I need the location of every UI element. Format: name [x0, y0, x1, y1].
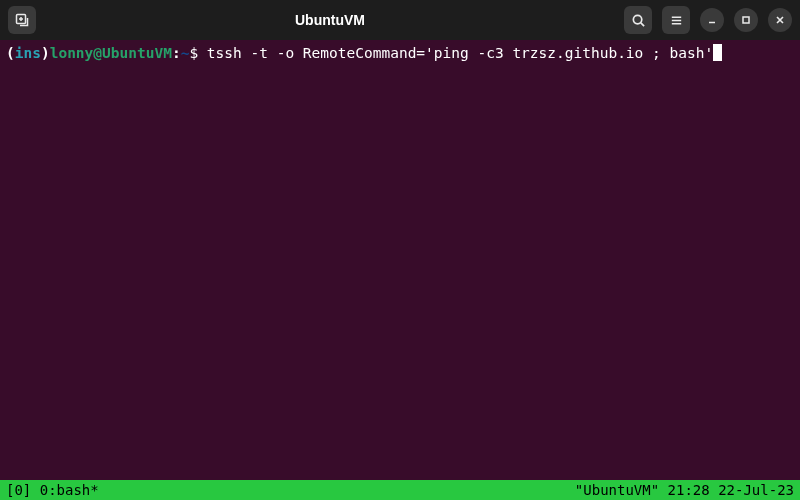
new-tab-button[interactable] [8, 6, 36, 34]
statusbar-right: "UbuntuVM" 21:28 22-Jul-23 [575, 482, 794, 498]
close-button[interactable] [768, 8, 792, 32]
statusbar-left: [0] 0:bash* [6, 482, 99, 498]
command-text: tssh -t -o RemoteCommand='ping -c3 trzsz… [207, 45, 713, 61]
svg-rect-2 [743, 17, 749, 23]
svg-point-1 [633, 15, 641, 23]
tmux-statusbar: [0] 0:bash* "UbuntuVM" 21:28 22-Jul-23 [0, 480, 800, 500]
prompt-mode: ins [15, 45, 41, 61]
prompt-host: UbuntuVM [102, 45, 172, 61]
menu-button[interactable] [662, 6, 690, 34]
maximize-button[interactable] [734, 8, 758, 32]
prompt-paren-open: ( [6, 45, 15, 61]
prompt-user: lonny [50, 45, 94, 61]
cursor [713, 44, 722, 61]
prompt-colon: : [172, 45, 181, 61]
window-title: UbuntuVM [44, 12, 616, 28]
prompt-dollar: $ [189, 45, 206, 61]
search-button[interactable] [624, 6, 652, 34]
titlebar-right [624, 6, 792, 34]
window-titlebar: UbuntuVM [0, 0, 800, 40]
prompt-paren-close: ) [41, 45, 50, 61]
titlebar-left [8, 6, 36, 34]
prompt-at: @ [93, 45, 102, 61]
terminal-output[interactable]: (ins)lonny@UbuntuVM:~$ tssh -t -o Remote… [0, 40, 800, 480]
minimize-button[interactable] [700, 8, 724, 32]
